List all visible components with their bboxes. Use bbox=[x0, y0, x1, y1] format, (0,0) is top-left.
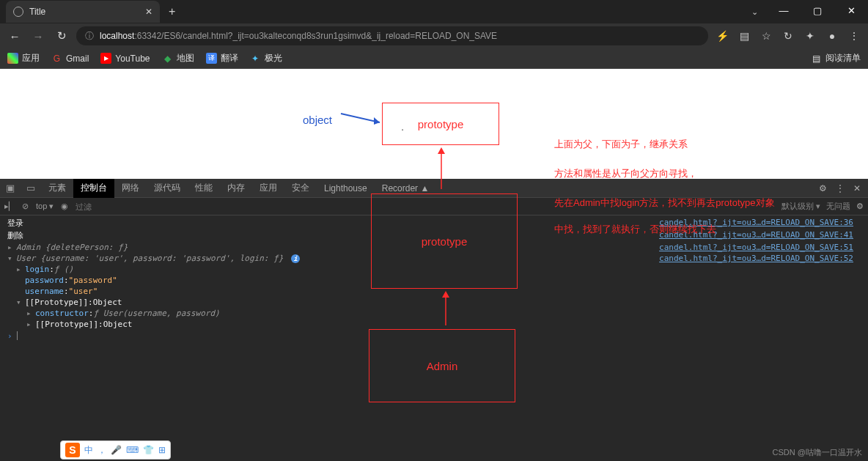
extensions-icon[interactable]: ✦ bbox=[802, 30, 818, 42]
console-sidebar-toggle[interactable]: ▸▏ bbox=[4, 202, 15, 211]
apps-icon bbox=[7, 53, 18, 64]
tab-console[interactable]: 控制台 bbox=[73, 179, 114, 198]
bookmark-icon[interactable]: ☆ bbox=[758, 30, 774, 42]
jiguang-icon: ✦ bbox=[250, 53, 261, 64]
bookmarks-bar: 应用 GGmail ▶YouTube ◆地图 译翻译 ✦极光 ▤阅读清单 bbox=[0, 48, 868, 69]
console-message: 删除 bbox=[7, 230, 659, 241]
expand-icon[interactable]: ▸ bbox=[16, 265, 25, 274]
maximize-button[interactable]: ▢ bbox=[801, 0, 834, 21]
toolbox-icon[interactable]: ⊞ bbox=[158, 445, 166, 455]
tab-recorder[interactable]: Recorder ▲ bbox=[375, 179, 437, 198]
context-selector[interactable]: top ▾ bbox=[36, 202, 54, 211]
address-bar: ← → ↻ ⓘ localhost:63342/ES6/candel.html?… bbox=[0, 23, 868, 48]
console-settings-icon[interactable]: ⚙ bbox=[856, 202, 864, 211]
devtools-close-icon[interactable]: ✕ bbox=[853, 183, 861, 193]
info-badge-icon[interactable]: i bbox=[291, 254, 300, 263]
chevron-right-icon: › bbox=[7, 331, 12, 341]
sogou-logo-icon: S bbox=[65, 443, 80, 457]
reading-list-button[interactable]: ▤阅读清单 bbox=[811, 52, 861, 64]
source-link[interactable]: candel.html?_ijt=ou3…d=RELOAD_ON_SAVE:41 bbox=[659, 230, 861, 241]
minimize-button[interactable]: — bbox=[767, 0, 801, 21]
mic-icon[interactable]: 🎤 bbox=[111, 445, 122, 455]
tab-security[interactable]: 安全 bbox=[284, 179, 317, 198]
page-content bbox=[0, 69, 868, 179]
forward-button[interactable]: → bbox=[29, 30, 47, 43]
back-button[interactable]: ← bbox=[6, 30, 23, 43]
tab-network[interactable]: 网络 bbox=[114, 179, 147, 198]
youtube-icon: ▶ bbox=[100, 53, 111, 64]
expand-icon[interactable]: ▸ bbox=[26, 320, 35, 329]
window-controls: — ▢ ✕ bbox=[767, 0, 868, 21]
console-prompt[interactable]: › bbox=[0, 330, 868, 342]
cursor bbox=[17, 331, 18, 340]
translate-icon[interactable]: ⚡ bbox=[714, 30, 730, 42]
devtools-settings-icon[interactable]: ⚙ bbox=[819, 183, 827, 193]
console-property: username: "user" bbox=[0, 286, 868, 297]
expand-icon[interactable]: ▸ bbox=[7, 243, 16, 252]
tab-memory[interactable]: 内存 bbox=[220, 179, 252, 198]
devtools-menu-icon[interactable]: ⋮ bbox=[836, 183, 845, 193]
tab-elements[interactable]: 元素 bbox=[41, 179, 73, 198]
maps-icon: ◆ bbox=[162, 53, 173, 64]
browser-tab[interactable]: Title ✕ bbox=[6, 1, 160, 23]
ime-punct[interactable]: ， bbox=[98, 444, 106, 457]
console-property[interactable]: ▸[[Prototype]]: Object bbox=[0, 319, 868, 330]
close-tab-icon[interactable]: ✕ bbox=[145, 7, 152, 17]
filter-input[interactable] bbox=[76, 202, 149, 211]
reader-icon[interactable]: ▤ bbox=[736, 30, 752, 42]
collapse-icon[interactable]: ▾ bbox=[16, 298, 25, 307]
profile-icon[interactable]: ● bbox=[824, 30, 840, 42]
console-output: 登录 candel.html?_ijt=ou3…d=RELOAD_ON_SAVE… bbox=[0, 215, 868, 344]
console-property[interactable]: ▸login: ƒ () bbox=[0, 264, 868, 275]
console-filter-bar: ▸▏ ⊘ top ▾ ◉ 默认级别 ▾ 无问题 ⚙ bbox=[0, 198, 868, 215]
translate-bm-icon: 译 bbox=[206, 53, 217, 64]
collapse-icon[interactable]: ▾ bbox=[7, 254, 16, 263]
reload-button[interactable]: ↻ bbox=[53, 29, 70, 43]
ime-lang[interactable]: 中 bbox=[84, 444, 93, 457]
browser-tab-bar: Title ✕ + ⌄ bbox=[0, 0, 868, 23]
tab-performance[interactable]: 性能 bbox=[188, 179, 220, 198]
close-window-button[interactable]: ✕ bbox=[834, 0, 868, 21]
live-expression-icon[interactable]: ◉ bbox=[61, 202, 68, 211]
url-host: localhost bbox=[100, 31, 134, 41]
source-link[interactable]: candel.html?_ijt=ou3…d=RELOAD_ON_SAVE:51 bbox=[659, 243, 861, 252]
console-row[interactable]: ▸ Admin {deletePerson: ƒ} candel.html?_i… bbox=[0, 242, 868, 253]
issues-label: 无问题 bbox=[826, 201, 850, 212]
log-level-selector[interactable]: 默认级别 ▾ bbox=[781, 201, 820, 212]
bookmark-youtube[interactable]: ▶YouTube bbox=[100, 53, 150, 64]
url-path: /ES6/candel.html?_ijt=ou3kalteconqd8s3ru… bbox=[161, 31, 497, 41]
console-row[interactable]: ▾ User {username: 'user', password: 'pas… bbox=[0, 253, 868, 264]
bookmark-translate[interactable]: 译翻译 bbox=[206, 52, 238, 64]
tab-application[interactable]: 应用 bbox=[252, 179, 284, 198]
skin-icon[interactable]: 👕 bbox=[143, 445, 154, 455]
console-property[interactable]: ▸constructor: ƒ User(username, password) bbox=[0, 308, 868, 319]
console-row: 登录 candel.html?_ijt=ou3…d=RELOAD_ON_SAVE… bbox=[0, 217, 868, 229]
tab-title: Title bbox=[29, 7, 45, 17]
source-link[interactable]: candel.html?_ijt=ou3…d=RELOAD_ON_SAVE:36 bbox=[659, 218, 861, 229]
bookmark-gmail[interactable]: GGmail bbox=[51, 53, 89, 64]
inspect-icon[interactable]: ▣ bbox=[0, 182, 21, 193]
gmail-icon: G bbox=[51, 53, 62, 64]
devtools-tabs: ▣ ▭ 元素 控制台 网络 源代码 性能 内存 应用 安全 Lighthouse… bbox=[0, 179, 868, 198]
globe-icon bbox=[13, 7, 23, 17]
device-icon[interactable]: ▭ bbox=[21, 182, 41, 193]
ime-toolbar[interactable]: S 中 ， 🎤 ⌨ 👕 ⊞ bbox=[60, 440, 171, 460]
tab-lighthouse[interactable]: Lighthouse bbox=[317, 179, 375, 198]
tab-sources[interactable]: 源代码 bbox=[147, 179, 188, 198]
menu-icon[interactable]: ⋮ bbox=[846, 30, 862, 42]
console-property[interactable]: ▾[[Prototype]]: Object bbox=[0, 297, 868, 308]
new-tab-button[interactable]: + bbox=[160, 5, 184, 18]
url-input[interactable]: ⓘ localhost:63342/ES6/candel.html?_ijt=o… bbox=[76, 26, 708, 45]
site-info-icon[interactable]: ⓘ bbox=[85, 30, 94, 43]
bookmark-apps[interactable]: 应用 bbox=[7, 52, 40, 64]
console-row: 删除 candel.html?_ijt=ou3…d=RELOAD_ON_SAVE… bbox=[0, 229, 868, 242]
keyboard-icon[interactable]: ⌨ bbox=[126, 445, 139, 455]
bookmark-maps[interactable]: ◆地图 bbox=[162, 52, 194, 64]
clear-console-icon[interactable]: ⊘ bbox=[22, 202, 29, 211]
update-icon[interactable]: ↻ bbox=[780, 30, 796, 42]
expand-icon[interactable]: ▸ bbox=[26, 309, 35, 318]
bookmark-jiguang[interactable]: ✦极光 bbox=[250, 52, 282, 64]
url-port: :63342 bbox=[134, 31, 161, 41]
source-link[interactable]: candel.html?_ijt=ou3…d=RELOAD_ON_SAVE:52 bbox=[659, 254, 861, 263]
watermark: CSDN @咕噜一口温开水 bbox=[773, 447, 862, 458]
